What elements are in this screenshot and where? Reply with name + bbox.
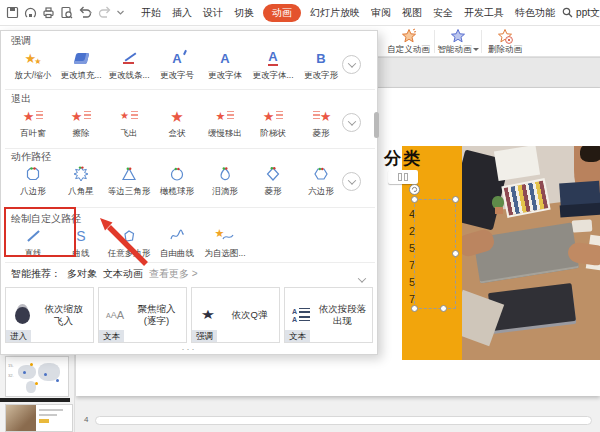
anim-item-blinds[interactable]: ★ 百叶窗 <box>9 104 57 140</box>
slide-thumbnail-map[interactable]: 15. 32. <box>5 356 69 397</box>
path-item-teardrop[interactable]: 泪滴形 <box>201 162 249 198</box>
map-continent <box>18 365 36 379</box>
smart-card-q-bounce[interactable]: ★ 依次Q弹 强调 <box>191 287 280 343</box>
tab-transition[interactable]: 切换 <box>232 4 256 22</box>
anim-item-change-font[interactable]: A 更改字体 <box>201 46 249 82</box>
slide-photo[interactable] <box>462 146 600 360</box>
path-item-equilateral-triangle[interactable]: 等边三角形 <box>105 162 153 198</box>
exit-star-icon: ★ <box>120 111 129 121</box>
smart-card-zoom-fly-in[interactable]: 依次缩放飞入 进入 <box>5 287 94 343</box>
path-item-scribble[interactable]: 自由曲线 <box>153 224 201 260</box>
chevron-down-icon <box>358 274 366 282</box>
anim-item-change-fill[interactable]: 更改填充... <box>57 46 105 82</box>
path-item-hexagon[interactable]: 六边形 <box>297 162 345 198</box>
wps-presentation-window: 开始 插入 设计 切换 动画 幻灯片放映 审阅 视图 安全 开发工具 特色功能 … <box>0 0 600 432</box>
diamond-icon <box>265 166 281 182</box>
photo-plant-pot <box>495 207 503 214</box>
export-pdf-icon[interactable] <box>24 6 37 19</box>
tab-insert[interactable]: 插入 <box>170 4 194 22</box>
motion-path-expand-button[interactable] <box>342 172 361 191</box>
map-marker <box>35 382 38 385</box>
quick-access-toolbar <box>0 6 129 19</box>
map-marker <box>56 379 59 382</box>
menu-tab-strip: 开始 插入 设计 切换 动画 幻灯片放映 审阅 视图 安全 开发工具 特色功能 … <box>139 4 600 22</box>
path-item-for-autoshape[interactable]: ★ 为自选图... <box>201 224 249 260</box>
tab-security[interactable]: 安全 <box>431 4 455 22</box>
selection-handle-tr[interactable] <box>452 196 459 203</box>
anim-item-change-font-style[interactable]: B 更改字形 <box>297 46 345 82</box>
motion-path-items-row: 八边形 八角星 等边三角形 橄榄球形 泪滴形 菱形 <box>9 162 345 198</box>
anim-item-change-font-size[interactable]: A 更改字号 <box>153 46 201 82</box>
anim-item-crawl-out[interactable]: ★ 缓慢移出 <box>201 104 249 140</box>
map-marker <box>30 363 33 366</box>
dark-star-icon: ★ <box>192 307 224 323</box>
dropdown-caret-icon <box>473 48 479 51</box>
custom-animation-button[interactable]: 自定义动画 <box>384 27 433 56</box>
print-icon[interactable] <box>42 6 55 19</box>
tab-animation[interactable]: 动画 <box>263 4 301 22</box>
search-box[interactable]: ppt文 <box>562 0 600 26</box>
save-icon[interactable] <box>6 6 19 19</box>
football-icon <box>169 166 185 182</box>
anim-item-change-font-color[interactable]: A 更改字体... <box>249 46 297 82</box>
smart-card-focus-zoom[interactable]: AAA 聚焦缩入(逐字) 文本 <box>98 287 187 343</box>
scribble-icon <box>169 228 185 244</box>
exit-expand-button[interactable] <box>342 113 361 132</box>
smart-collapse-button[interactable] <box>359 269 365 287</box>
tab-home[interactable]: 开始 <box>139 4 163 22</box>
path-item-diamond[interactable]: 菱形 <box>249 162 297 198</box>
hexagon-icon <box>313 166 329 182</box>
anim-item-grow-shrink[interactable]: ★★ 放大/缩小 <box>9 46 57 82</box>
anim-item-diamond-exit[interactable]: ★ 菱形 <box>297 104 345 140</box>
card-badge: 进入 <box>6 330 31 342</box>
thumbnail-image <box>6 405 36 431</box>
tab-slideshow[interactable]: 幻灯片放映 <box>308 4 362 22</box>
anim-item-wipe[interactable]: ★ 擦除 <box>57 104 105 140</box>
triangle-icon <box>121 166 137 182</box>
anim-item-change-line[interactable]: 更改线条... <box>105 46 153 82</box>
tab-view[interactable]: 视图 <box>400 4 424 22</box>
anim-item-fly-out[interactable]: ★ 飞出 <box>105 104 153 140</box>
bold-icon: B <box>316 52 325 65</box>
tab-special-features[interactable]: 特色功能 <box>513 4 557 22</box>
exit-star-icon: ★ <box>263 110 275 123</box>
slide-thumbnail-photo[interactable] <box>5 404 73 432</box>
undo-icon[interactable] <box>78 6 93 19</box>
path-item-eight-point-star[interactable]: 八角星 <box>57 162 105 198</box>
map-marker <box>23 371 26 374</box>
smart-card-by-paragraph[interactable]: A A 依次按段落出现 文本 <box>284 287 373 343</box>
search-icon <box>562 7 573 20</box>
delete-animation-button[interactable]: 删除动画 <box>483 27 527 56</box>
divider <box>5 262 375 263</box>
tab-design[interactable]: 设计 <box>201 4 225 22</box>
font-size-icon: A <box>172 52 181 65</box>
slide-title-text[interactable]: 分类 <box>384 147 422 170</box>
redo-icon[interactable] <box>98 6 111 19</box>
anim-item-box[interactable]: ★ 盒状 <box>153 104 201 140</box>
smart-animation-button[interactable]: 智能动画 <box>436 27 480 56</box>
smart-tag-multi-object[interactable]: 多对象 <box>67 267 97 281</box>
selection-handle-br[interactable] <box>440 305 447 312</box>
selection-rect[interactable] <box>414 199 456 309</box>
tab-review[interactable]: 审阅 <box>369 4 393 22</box>
selection-handle-tl[interactable] <box>411 196 418 203</box>
path-item-octagon[interactable]: 八边形 <box>9 162 57 198</box>
panel-scrollbar-thumb[interactable] <box>374 112 379 138</box>
toolbar-more-icon[interactable] <box>116 8 125 17</box>
tab-devtools[interactable]: 开发工具 <box>462 4 506 22</box>
thumbnail-selected-bar <box>0 398 70 402</box>
selection-handle-bl[interactable] <box>411 305 418 312</box>
panel-resize-handle[interactable]: ··· <box>1 344 377 354</box>
print-preview-icon[interactable] <box>60 6 73 19</box>
slide-small-label[interactable] <box>388 170 418 184</box>
exit-lines-icon <box>276 111 283 121</box>
anim-item-stairs[interactable]: ★ 阶梯状 <box>249 104 297 140</box>
path-item-football[interactable]: 橄榄球形 <box>153 162 201 198</box>
horizontal-scrollbar[interactable] <box>95 416 592 425</box>
exit-lines-icon <box>36 111 43 121</box>
scrollbar-page-indicator: 4 <box>84 415 88 424</box>
rotate-handle[interactable] <box>409 184 420 195</box>
emphasis-expand-button[interactable] <box>342 55 361 74</box>
selection-handle-mr[interactable] <box>452 250 459 257</box>
exit-lines-icon <box>131 111 138 121</box>
